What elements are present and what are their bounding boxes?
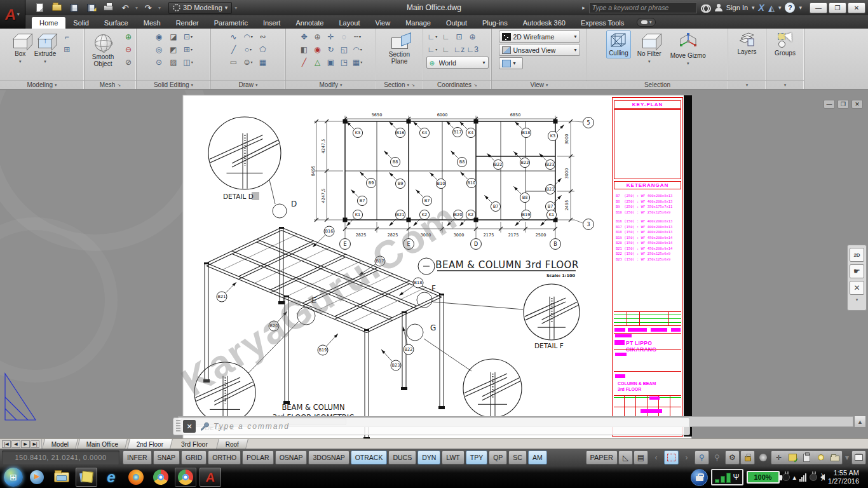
redo-dropdown[interactable]: ▾	[158, 5, 161, 11]
taskbar-media-player-icon[interactable]	[26, 468, 48, 487]
maximize-viewport-button[interactable]	[664, 451, 679, 464]
toggle-otrack[interactable]: OTRACK	[351, 451, 388, 464]
polygon-button[interactable]: ⬠	[257, 43, 269, 55]
ucs-z-button[interactable]: ∟z	[453, 43, 466, 55]
layout-tab-roof[interactable]: Roof	[216, 439, 248, 449]
toggle-am[interactable]: AM	[528, 451, 547, 464]
prev-layout-button[interactable]: ◀	[11, 440, 20, 448]
toggle-3dosnap[interactable]: 3DOSNAP	[308, 451, 349, 464]
ribbon-tab-manage[interactable]: Manage	[398, 17, 438, 29]
ribbon-tab-parametric[interactable]: Parametric	[207, 17, 255, 29]
toggle-osnap[interactable]: OSNAP	[275, 451, 308, 464]
zoom-extents-icon[interactable]: 2D	[850, 248, 864, 262]
tray-toolbox-icon[interactable]	[691, 469, 708, 486]
fillet-button[interactable]: ◠▾	[351, 43, 364, 55]
annotation-visibility-icon[interactable]: ⚲	[695, 451, 709, 464]
scale-button[interactable]: △	[311, 56, 324, 68]
smooth-more-button[interactable]: ⊕	[122, 30, 135, 43]
panel-label-draw[interactable]: Draw▾	[211, 80, 285, 89]
move-gizmo-button[interactable]: Move Gizmo▾	[668, 30, 709, 69]
plot-button[interactable]	[100, 1, 116, 14]
panel-label-modeling[interactable]: Modeling▾	[0, 80, 84, 89]
toggle-grid[interactable]: GRID	[181, 451, 207, 464]
tray-clock[interactable]: 1:55 AM 1/27/2016	[828, 469, 864, 485]
toggle-tpy[interactable]: TPY	[466, 451, 487, 464]
close-button[interactable]: ✕	[848, 3, 865, 13]
tray-battery-widget[interactable]: 100%	[747, 471, 790, 484]
visual-style-dropdown[interactable]: 2D Wireframe▾	[499, 30, 580, 43]
array-button[interactable]: ▦▾	[351, 56, 364, 68]
explode-button[interactable]: ◳	[338, 56, 351, 68]
move-panel-icon[interactable]: ✛	[772, 452, 785, 464]
ucs-origin-button[interactable]: ∟▾	[426, 43, 439, 55]
culling-button[interactable]: Culling	[606, 30, 631, 58]
rotate-3d-button[interactable]: ⊕	[311, 30, 324, 43]
toggle-lwt[interactable]: LWT	[442, 451, 464, 464]
view-cube-dropdown[interactable]: ▾	[499, 57, 523, 69]
hardware-accel-icon[interactable]	[756, 451, 770, 464]
trusted-source-icon[interactable]	[786, 452, 799, 464]
toggle-infer[interactable]: INFER	[123, 451, 152, 464]
last-layout-button[interactable]: ▶|	[31, 440, 39, 448]
section-plane-button[interactable]: Section Plane	[383, 30, 417, 67]
move-3d-button[interactable]: ✛	[325, 30, 337, 43]
qat-menu-dropdown[interactable]: ▾	[234, 5, 237, 11]
smooth-object-button[interactable]: Smooth Object	[86, 30, 120, 69]
toggle-qp[interactable]: QP	[489, 451, 507, 464]
help-button[interactable]: ?	[785, 3, 795, 13]
taskbar-internet-explorer-icon[interactable]: e	[100, 468, 122, 487]
toggle-ducs[interactable]: DUCS	[388, 451, 416, 464]
ribbon-minimize-button[interactable]: ▾	[637, 18, 656, 27]
edit-edges-button[interactable]: ⊞▾	[182, 43, 194, 55]
edit-faces-button[interactable]: ⊡▾	[182, 30, 194, 43]
ribbon-tab-view[interactable]: View	[368, 17, 398, 29]
toggle-snap[interactable]: SNAP	[153, 451, 180, 464]
extrude-button[interactable]: ↑Extrude▾	[32, 30, 58, 67]
first-layout-button[interactable]: |◀	[2, 440, 11, 448]
intersect-button[interactable]: ⊙	[153, 56, 165, 68]
polysolid-button[interactable]: ⌐	[60, 30, 73, 43]
ucs-3point-button[interactable]: ∟3	[466, 43, 479, 55]
line-button[interactable]: ╱	[227, 43, 240, 55]
orbit-icon[interactable]: ✕	[850, 281, 864, 295]
arc-button[interactable]: ◠▾	[242, 30, 255, 43]
panel-label-coordinates[interactable]: Coordinates↘	[423, 80, 491, 89]
unsmooth-button[interactable]: ⊘	[122, 56, 135, 68]
doc-restore-button[interactable]: ❐	[837, 100, 849, 109]
minimize-button[interactable]: —	[810, 3, 827, 13]
save-button[interactable]	[66, 1, 81, 14]
toggle-dyn[interactable]: DYN	[417, 451, 440, 464]
layout-tab-3rd-floor[interactable]: 3rd Floor	[172, 439, 217, 449]
align-button[interactable]: ◧	[298, 43, 311, 55]
doc-minimize-button[interactable]: —	[824, 100, 835, 109]
restore-button[interactable]: ❐	[829, 3, 846, 13]
scroll-up-button[interactable]: ▲	[854, 416, 866, 428]
taskbar-chrome-icon[interactable]	[150, 468, 172, 487]
workspace-gear-icon[interactable]: ⚙	[725, 451, 740, 464]
ribbon-tab-home[interactable]: Home	[32, 17, 65, 29]
ribbon-tab-plug-ins[interactable]: Plug-ins	[475, 17, 515, 29]
ribbon-tab-autodesk-360[interactable]: Autodesk 360	[515, 17, 573, 29]
collapse-arrow-icon[interactable]: ▸	[582, 4, 585, 11]
panel-label-groups[interactable]: ▾	[766, 80, 804, 89]
stretch-button[interactable]: ▣	[325, 56, 337, 68]
interfere-button[interactable]: ◩	[167, 43, 180, 55]
layers-button[interactable]: Layers	[735, 30, 759, 57]
open-folder-icon[interactable]	[828, 452, 841, 464]
workspace-switcher[interactable]: 3D Modeling ▾	[168, 2, 232, 14]
help-dropdown[interactable]: ▾	[799, 4, 802, 11]
autodesk-360-icon[interactable]: ◭	[768, 3, 775, 13]
save-as-button[interactable]	[83, 1, 98, 14]
tray-signal-widget[interactable]: Ψ	[711, 469, 743, 485]
spline-button[interactable]: ∾	[257, 30, 269, 43]
panel-label-view[interactable]: View▾	[492, 80, 587, 89]
clean-screen-icon[interactable]	[851, 451, 866, 464]
undo-dropdown[interactable]: ▾	[135, 5, 138, 11]
ucs-named-button[interactable]: ⊡	[453, 30, 466, 43]
start-button[interactable]: ⊞	[4, 468, 23, 487]
ucs-dropdown[interactable]: ⊕ World▾	[426, 57, 489, 69]
taskbar-chrome-2-icon[interactable]	[175, 468, 196, 487]
hatch-button[interactable]: ▦	[257, 56, 269, 68]
panel-label-modify[interactable]: Modify▾	[286, 80, 376, 89]
paper-model-button[interactable]: PAPER	[586, 451, 618, 464]
